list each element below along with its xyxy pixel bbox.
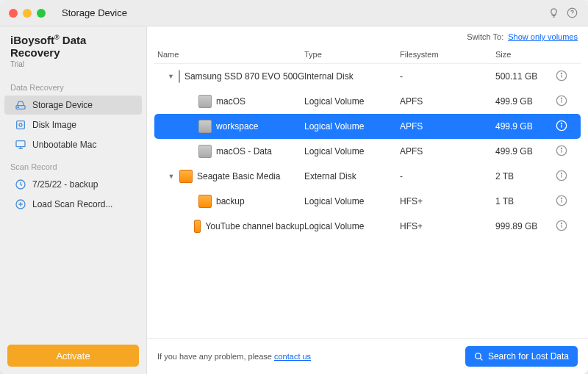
row-fs: - [400, 71, 495, 82]
row-name: workspace [216, 121, 258, 132]
table-row[interactable]: ▼Samsung SSD 870 EVO 500GB...Internal Di… [154, 64, 581, 89]
brand-trial: Trial [0, 60, 146, 76]
info-icon[interactable] [556, 195, 567, 206]
info-icon[interactable] [556, 95, 567, 107]
row-type: Logical Volume [304, 196, 400, 206]
row-type: Logical Volume [304, 146, 400, 157]
svg-point-28 [561, 223, 562, 223]
info-icon[interactable] [556, 120, 567, 132]
row-type: External Disk [304, 171, 400, 181]
sidebar-item-label: Disk Image [32, 120, 76, 130]
row-size: 500.11 GB [495, 71, 556, 82]
chevron-down-icon[interactable]: ▼ [168, 73, 174, 80]
internal-drive-icon [198, 145, 212, 158]
minimize-icon[interactable] [23, 9, 32, 18]
row-name: Samsung SSD 870 EVO 500GB... [184, 71, 304, 82]
col-fs[interactable]: Filesystem [400, 50, 495, 59]
contact-link[interactable]: contact us [274, 352, 311, 361]
row-fs: - [400, 171, 495, 181]
row-fs: APFS [400, 121, 495, 132]
svg-point-22 [561, 173, 562, 173]
svg-rect-3 [17, 121, 25, 129]
svg-point-25 [561, 198, 562, 198]
col-name[interactable]: Name [157, 50, 304, 59]
footer: If you have any problem, please contact … [147, 338, 588, 374]
row-size: 1 TB [495, 196, 556, 206]
sidebar-item-label: 7/25/22 - backup [32, 179, 98, 190]
sidebar-item-label: Load Scan Record... [32, 199, 112, 209]
internal-drive-icon [198, 120, 212, 133]
sidebar-item-label: Unbootable Mac [32, 140, 96, 150]
info-icon[interactable] [556, 70, 567, 82]
info-icon[interactable] [556, 220, 567, 231]
svg-rect-5 [16, 141, 25, 147]
switch-label: Switch To: [467, 32, 503, 41]
info-icon[interactable] [556, 145, 567, 157]
row-type: Logical Volume [304, 221, 400, 231]
row-type: Logical Volume [304, 96, 400, 107]
zoom-icon[interactable] [37, 9, 46, 18]
internal-drive-icon [179, 70, 180, 83]
sidebar-item-label: Storage Device [32, 100, 93, 110]
row-size: 999.89 GB [495, 221, 556, 231]
sidebar: iBoysoft® Data Recovery Trial Data Recov… [0, 26, 147, 374]
section-label: Data Recovery [0, 76, 146, 95]
activate-button[interactable]: Activate [7, 345, 139, 367]
row-fs: APFS [400, 96, 495, 107]
traffic-lights [0, 9, 54, 18]
chevron-down-icon[interactable]: ▼ [168, 173, 175, 180]
sidebar-item-load-scan-record-[interactable]: Load Scan Record... [4, 195, 142, 214]
table-header: Name Type Filesystem Size [154, 46, 581, 64]
search-button-label: Search for Lost Data [488, 351, 569, 362]
row-type: Logical Volume [304, 121, 400, 132]
row-name: Seagate Basic Media [197, 171, 280, 181]
brand-name: iBoysoft® Data Recovery [0, 26, 146, 60]
svg-point-19 [561, 148, 562, 148]
search-button[interactable]: Search for Lost Data [465, 346, 578, 367]
row-size: 499.9 GB [495, 121, 556, 132]
titlebar: Storage Device [0, 0, 588, 26]
svg-point-10 [561, 73, 562, 73]
table-row[interactable]: ▼Seagate Basic MediaExternal Disk-2 TB [154, 164, 581, 189]
storage-table: Name Type Filesystem Size ▼Samsung SSD 8… [147, 46, 588, 338]
svg-point-4 [19, 123, 22, 126]
svg-point-16 [561, 123, 562, 123]
row-size: 499.9 GB [495, 146, 556, 157]
svg-point-13 [561, 98, 562, 98]
info-icon[interactable] [556, 170, 567, 181]
lightbulb-icon[interactable] [548, 7, 559, 18]
table-row[interactable]: YouTube channel backupLogical VolumeHFS+… [154, 214, 581, 239]
footer-text: If you have any problem, please [157, 352, 274, 361]
table-row[interactable]: macOSLogical VolumeAPFS499.9 GB [154, 89, 581, 114]
col-size[interactable]: Size [495, 50, 556, 59]
search-icon [474, 352, 484, 362]
svg-point-2 [18, 107, 18, 107]
help-icon[interactable] [567, 7, 578, 18]
row-type: Internal Disk [304, 71, 400, 82]
close-icon[interactable] [9, 9, 18, 18]
main-panel: Switch To: Show only volumes Name Type F… [147, 26, 588, 374]
sidebar-item-7-25-22-backup[interactable]: 7/25/22 - backup [4, 175, 142, 194]
row-fs: HFS+ [400, 221, 495, 231]
switch-link[interactable]: Show only volumes [508, 32, 578, 41]
row-fs: APFS [400, 146, 495, 157]
row-size: 499.9 GB [495, 96, 556, 107]
table-row[interactable]: workspaceLogical VolumeAPFS499.9 GB [154, 114, 581, 139]
table-row[interactable]: macOS - DataLogical VolumeAPFS499.9 GB [154, 139, 581, 164]
sidebar-item-unbootable-mac[interactable]: Unbootable Mac [4, 135, 142, 154]
svg-line-30 [480, 358, 482, 360]
external-drive-icon [194, 220, 201, 233]
internal-drive-icon [198, 95, 212, 108]
sidebar-item-disk-image[interactable]: Disk Image [4, 115, 142, 134]
col-type[interactable]: Type [304, 50, 400, 59]
external-drive-icon [179, 170, 193, 183]
row-name: macOS - Data [216, 146, 272, 157]
window-title: Storage Device [54, 7, 548, 18]
row-name: macOS [216, 96, 245, 107]
row-name: YouTube channel backup [205, 221, 304, 231]
switch-row: Switch To: Show only volumes [147, 26, 588, 46]
section-label: Scan Record [0, 155, 146, 174]
table-row[interactable]: backupLogical VolumeHFS+1 TB [154, 189, 581, 214]
row-size: 2 TB [495, 171, 556, 181]
sidebar-item-storage-device[interactable]: Storage Device [4, 96, 142, 115]
